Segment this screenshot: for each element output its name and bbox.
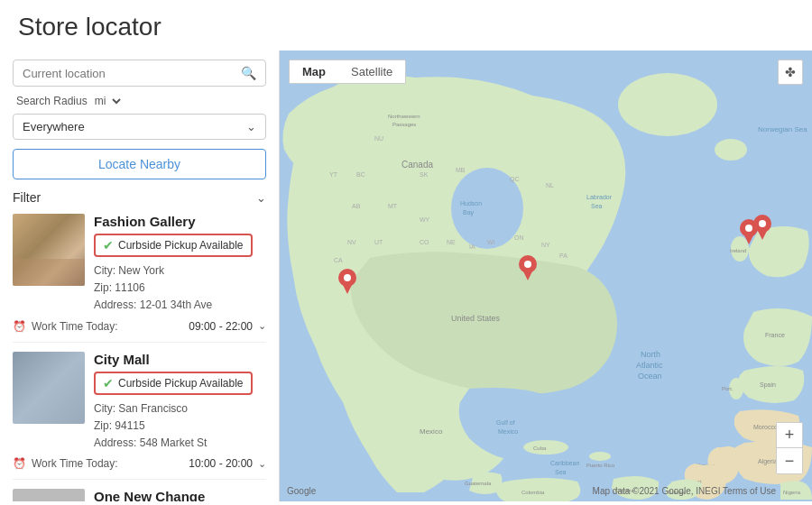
check-icon: ✔ [103, 238, 114, 252]
store-info: One New Change [94, 489, 266, 501]
svg-text:Cuba: Cuba [533, 445, 547, 451]
map-area: Norwegian Sea Canada Hudson Bay Labrador… [280, 50, 812, 501]
svg-text:Caribbean: Caribbean [550, 460, 579, 466]
svg-text:NV: NV [347, 239, 356, 245]
svg-text:NY: NY [541, 242, 550, 248]
svg-text:Atlantic: Atlantic [636, 361, 663, 370]
curbside-badge: ✔ Curbside Pickup Available [94, 372, 253, 395]
svg-text:PA: PA [559, 252, 567, 259]
filter-row[interactable]: Filter ⌄ [13, 190, 266, 205]
left-panel: 🔍 Search Radius mi km Everywhere ⌄ Locat… [0, 50, 280, 501]
work-time-row[interactable]: ⏰ Work Time Today: 10:00 - 20:00 ⌄ [13, 457, 266, 470]
search-input[interactable] [23, 67, 241, 80]
chevron-down-icon: ⌄ [258, 320, 266, 332]
curbside-badge: ✔ Curbside Pickup Available [94, 234, 253, 257]
svg-point-1 [618, 73, 717, 136]
search-radius-row: Search Radius mi km [13, 94, 266, 108]
svg-text:YT: YT [329, 171, 338, 178]
svg-text:ON: ON [514, 234, 524, 241]
svg-text:IA: IA [469, 243, 475, 250]
svg-point-69 [745, 225, 752, 232]
svg-text:UT: UT [374, 239, 383, 245]
curbside-label: Curbside Pickup Available [118, 239, 244, 252]
zoom-controls: + − [776, 422, 803, 474]
fullscreen-button[interactable]: ✤ [778, 60, 803, 85]
work-time-label: Work Time Today: [32, 457, 118, 470]
google-logo: Google [287, 486, 316, 496]
svg-text:Nigeria: Nigeria [783, 490, 801, 495]
svg-text:Puerto Rico: Puerto Rico [586, 463, 615, 468]
filter-label: Filter [13, 190, 41, 205]
map-tabs: Map Satellite [289, 60, 406, 84]
svg-text:Labrador: Labrador [586, 194, 613, 200]
locate-nearby-button[interactable]: Locate Nearby [13, 149, 266, 179]
store-detail: City: San Francisco Zip: 94115 Address: … [94, 400, 266, 453]
everywhere-label: Everywhere [23, 120, 85, 133]
clock-icon: ⏰ [13, 320, 26, 333]
svg-point-66 [524, 261, 531, 268]
store-card: Fashion Gallery ✔ Curbside Pickup Availa… [13, 214, 266, 343]
radius-unit-select[interactable]: mi km [91, 94, 124, 108]
svg-text:NU: NU [374, 135, 383, 142]
svg-text:AB: AB [352, 203, 361, 209]
svg-text:Sea: Sea [591, 203, 603, 209]
store-detail: City: New York Zip: 11106 Address: 12-01… [94, 262, 266, 315]
svg-text:Passages: Passages [392, 122, 416, 127]
search-icon: 🔍 [241, 66, 256, 80]
search-box[interactable]: 🔍 [13, 60, 266, 87]
svg-text:Bay: Bay [463, 209, 475, 216]
work-time-row[interactable]: ⏰ Work Time Today: 09:00 - 22:00 ⌄ [13, 320, 266, 333]
chevron-down-icon: ⌄ [256, 191, 266, 205]
svg-text:MT: MT [388, 203, 398, 209]
svg-text:Norwegian Sea: Norwegian Sea [758, 125, 807, 133]
svg-text:Port.: Port. [722, 386, 734, 391]
tab-map[interactable]: Map [290, 60, 338, 83]
svg-text:Sea: Sea [555, 469, 567, 475]
store-thumbnail [13, 352, 85, 424]
chevron-down-icon: ⌄ [246, 120, 256, 133]
map-attribution: Map data ©2021 Google, INEGI Terms of Us… [593, 486, 776, 496]
svg-text:Gulf of: Gulf of [496, 419, 515, 426]
work-time-value: 10:00 - 20:00 [189, 457, 253, 470]
work-time-label: Work Time Today: [32, 320, 118, 333]
store-info: Fashion Gallery ✔ Curbside Pickup Availa… [94, 214, 266, 315]
svg-text:North: North [641, 350, 660, 359]
svg-point-2 [715, 139, 747, 161]
store-name: Fashion Gallery [94, 214, 266, 229]
svg-text:NL: NL [546, 182, 554, 188]
svg-point-63 [344, 274, 351, 281]
svg-text:Canada: Canada [401, 160, 433, 170]
curbside-label: Curbside Pickup Available [118, 377, 244, 390]
svg-text:SK: SK [420, 171, 429, 178]
svg-text:Colombia: Colombia [521, 490, 545, 495]
svg-text:Morocco: Morocco [753, 424, 778, 430]
zoom-in-button[interactable]: + [777, 423, 802, 448]
check-icon: ✔ [103, 376, 114, 390]
svg-text:Mexico: Mexico [498, 428, 518, 435]
map-svg: Norwegian Sea Canada Hudson Bay Labrador… [280, 50, 812, 501]
svg-point-72 [759, 220, 766, 227]
svg-text:QC: QC [510, 176, 520, 183]
svg-text:CO: CO [420, 239, 429, 245]
svg-text:WI: WI [487, 239, 495, 245]
svg-point-21 [589, 452, 611, 461]
tab-satellite[interactable]: Satellite [338, 60, 405, 83]
svg-text:Mexico: Mexico [420, 427, 443, 436]
page-title: Store locator [0, 0, 812, 50]
chevron-down-icon: ⌄ [258, 458, 266, 470]
store-card: City Mall ✔ Curbside Pickup Available Ci… [13, 352, 266, 481]
fullscreen-icon: ✤ [785, 65, 796, 79]
zoom-out-button[interactable]: − [777, 448, 802, 473]
everywhere-dropdown[interactable]: Everywhere ⌄ [13, 114, 266, 140]
svg-text:NE: NE [447, 239, 456, 245]
svg-text:Algeria: Algeria [758, 458, 778, 465]
svg-text:United States: United States [451, 314, 501, 323]
store-thumbnail [13, 214, 85, 286]
svg-text:Northwestern: Northwestern [388, 114, 420, 119]
store-name: One New Change [94, 489, 266, 501]
svg-text:Ocean: Ocean [638, 372, 662, 381]
svg-text:MB: MB [456, 167, 466, 173]
svg-text:Hudson: Hudson [460, 200, 482, 207]
svg-text:France: France [765, 332, 785, 338]
svg-text:Guatemala: Guatemala [465, 481, 492, 486]
